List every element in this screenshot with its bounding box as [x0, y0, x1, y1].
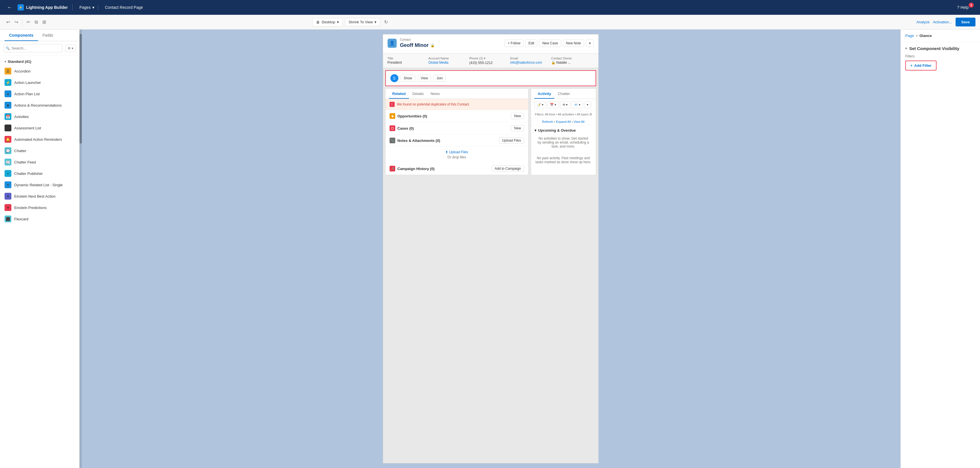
canvas-scroll: 👤 Contact Geoff Minor 🔒 + Follo [80, 30, 900, 468]
new-case-button-2[interactable]: New [511, 125, 524, 131]
related-item-campaign[interactable]: 📣 Campaign History (0) Add to Campaign [386, 163, 528, 175]
cut-button[interactable]: ✂ [25, 18, 32, 26]
view-button[interactable]: View [418, 75, 431, 81]
view-dropdown[interactable]: Shrink To View ▾ [345, 18, 380, 26]
add-filter-plus-icon: + [910, 64, 913, 68]
duplicate-notice: ! We found no potential duplicates of th… [386, 99, 528, 110]
expand-all-link[interactable]: Expand All [556, 120, 571, 123]
record-fields: Title President Account Name Global Medi… [383, 54, 598, 68]
notes-label: Notes & Attachments (0) [398, 139, 440, 143]
page-title: Contact Record Page [102, 5, 143, 10]
tab-details[interactable]: Details [409, 89, 427, 99]
device-dropdown[interactable]: 🖥 Desktop ▾ [312, 18, 343, 26]
component-item-automated-action-reminders[interactable]: 🔔 Automated Action Reminders [0, 134, 79, 145]
main-layout: Components Fields 🔍 ⚙ ▾ ▾ Standard (41) … [0, 30, 980, 468]
follow-button[interactable]: + Follow [504, 40, 524, 47]
back-button[interactable]: ← [5, 3, 14, 12]
new-case-button[interactable]: New Case [539, 40, 561, 47]
visibility-section: ▾ Set Component Visibility Filters + Add… [901, 42, 980, 75]
search-input[interactable] [3, 44, 62, 52]
activity-links-row: Refresh • Expand All • View All [531, 118, 596, 125]
save-button[interactable]: Save [956, 18, 975, 26]
pages-chevron-icon: ▾ [92, 5, 94, 10]
tab-fields[interactable]: Fields [38, 30, 58, 41]
tab-news[interactable]: News [427, 89, 443, 99]
einstein-predictions-icon: ✦ [5, 204, 11, 211]
assessment-list-icon: ✓ [5, 125, 11, 131]
join-button[interactable]: Join [433, 75, 446, 81]
accordion-icon: ☰ [5, 68, 11, 75]
canvas-area: 👤 Contact Geoff Minor 🔒 + Follo [80, 30, 900, 468]
activity-tool-5[interactable]: ▾ [584, 101, 591, 108]
analyze-button[interactable]: Analyze [916, 20, 929, 24]
component-item-einstein-predictions[interactable]: ✦ Einstein Predictions [0, 202, 79, 213]
duplicate-icon: ! [390, 102, 395, 107]
activity-tool-3[interactable]: ✉ ▾ [560, 101, 570, 108]
field-account-name: Account Name Global Media [428, 57, 463, 65]
activity-tool-2[interactable]: 📅 ▾ [547, 101, 559, 108]
tab-components[interactable]: Components [5, 30, 38, 41]
highlight-icon: S [390, 74, 398, 82]
show-button[interactable]: Show [401, 75, 415, 81]
activity-toolbar: 📝 ▾ 📅 ▾ ✉ ▾ 📧 ▾ ▾ [531, 99, 596, 111]
breadcrumb-page-link[interactable]: Page [905, 34, 914, 38]
settings-chevron-icon: ▾ [72, 46, 73, 50]
toolbar-separator-1 [22, 19, 22, 26]
view-label: Shrink To View [348, 20, 373, 24]
component-item-accordion[interactable]: ☰ Accordion [0, 65, 79, 77]
more-actions-button[interactable]: ▾ [586, 40, 594, 47]
lock-icon: 🔒 [431, 43, 435, 48]
component-item-chatter[interactable]: 💬 Chatter [0, 145, 79, 157]
component-item-assessment-list[interactable]: ✓ Assessment List [0, 122, 79, 134]
component-item-flexcard[interactable]: ⬛ Flexcard [0, 213, 79, 225]
toolbar-right: Analyze Activation... Save [916, 18, 975, 26]
upcoming-section: ▾ Upcoming & Overdue No activities to sh… [531, 125, 596, 153]
tab-related[interactable]: Related [389, 89, 409, 99]
component-item-action-launcher[interactable]: ⚡ Action Launcher [0, 77, 79, 88]
upload-btn-link[interactable]: ⬆ Upload Files [390, 150, 524, 154]
settings-button[interactable]: ⚙ ▾ [65, 45, 76, 52]
einstein-next-best-label: Einstein Next Best Action [14, 194, 56, 198]
edit-button[interactable]: Edit [525, 40, 538, 47]
activity-tool-1[interactable]: 📝 ▾ [535, 101, 546, 108]
section-label: Standard (41) [8, 59, 31, 64]
add-to-campaign-button[interactable]: Add to Campaign [492, 166, 524, 172]
add-filter-button[interactable]: + Add Filter [905, 61, 937, 70]
upload-files-button[interactable]: Upload Files [499, 137, 524, 144]
main-tab-bar: Related Details News [386, 89, 528, 99]
side-tab-bar: Activity Chatter [531, 89, 596, 99]
section-chevron-icon: ▾ [5, 60, 6, 63]
breadcrumb-current: Glance [920, 34, 932, 38]
help-button[interactable]: ? Help 3 [957, 5, 975, 10]
tab-activity[interactable]: Activity [535, 89, 555, 99]
component-item-chatter-publisher[interactable]: + Chatter Publisher [0, 168, 79, 179]
upcoming-chevron-icon: ▾ [535, 128, 536, 133]
scroll-thumb [80, 34, 82, 144]
related-item-opportunities[interactable]: ◈ Opportunities (0) New [386, 110, 528, 122]
copy-button[interactable]: ⧉ [33, 18, 40, 26]
paste-button[interactable]: ⊞ [41, 18, 48, 26]
component-item-action-plan[interactable]: ≡ Action Plan List [0, 88, 79, 99]
scroll-bar[interactable] [80, 30, 82, 468]
related-item-cases[interactable]: ⬡ Cases (0) New [386, 122, 528, 134]
app-icon: ⚡ [18, 4, 24, 11]
component-item-dynamic-related-list[interactable]: ≡ Dynamic Related List - Single [0, 179, 79, 190]
component-item-einstein-next-best[interactable]: ✦ Einstein Next Best Action [0, 190, 79, 202]
pages-dropdown[interactable]: Pages ▾ [76, 5, 98, 10]
action-launcher-icon: ⚡ [5, 79, 11, 86]
component-item-actions-recommendations[interactable]: ★ Actions & Recommendations [0, 99, 79, 111]
new-note-button[interactable]: New Note [563, 40, 584, 47]
activation-button[interactable]: Activation... [933, 20, 952, 24]
redo-button[interactable]: ↪ [13, 18, 20, 26]
component-item-chatter-feed[interactable]: 📰 Chatter Feed [0, 157, 79, 168]
tab-chatter[interactable]: Chatter [554, 89, 573, 99]
actions-recommendations-icon: ★ [5, 102, 11, 109]
view-all-link[interactable]: View All [574, 120, 584, 123]
einstein-next-best-icon: ✦ [5, 193, 11, 200]
new-opportunity-button[interactable]: New [511, 113, 524, 119]
component-item-activities[interactable]: 📅 Activities [0, 111, 79, 122]
undo-button[interactable]: ↩ [5, 18, 12, 26]
refresh-link[interactable]: Refresh [542, 120, 553, 123]
activity-tool-4[interactable]: 📧 ▾ [571, 101, 583, 108]
refresh-button[interactable]: ↻ [382, 18, 390, 26]
